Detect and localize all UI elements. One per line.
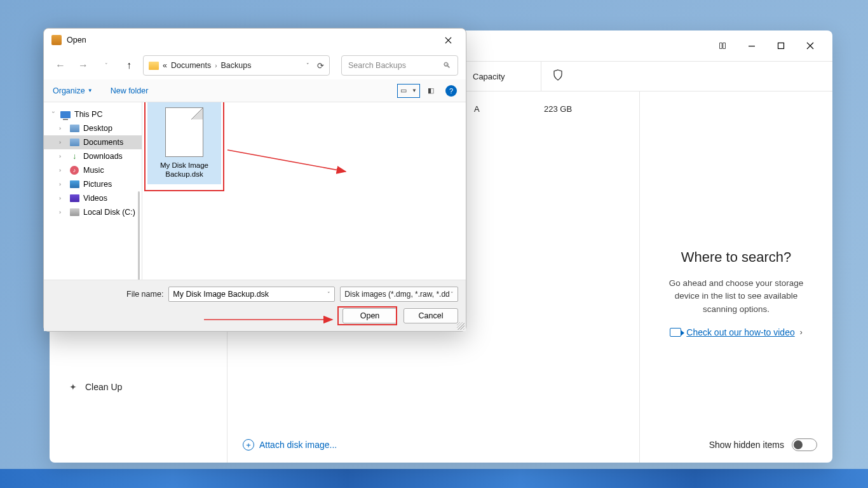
attach-label: Attach disk image... bbox=[259, 440, 337, 450]
folder-icon bbox=[149, 62, 159, 70]
tree-downloads[interactable]: ›↓Downloads bbox=[44, 149, 142, 163]
minimize-button[interactable] bbox=[737, 36, 766, 56]
tree-this-pc[interactable]: ›This PC bbox=[44, 107, 142, 121]
tree-desktop[interactable]: ›Desktop bbox=[44, 121, 142, 135]
app-bottom-bar: + Attach disk image... Show hidden items bbox=[227, 427, 832, 463]
new-folder-button[interactable]: New folder bbox=[111, 86, 149, 95]
folder-tree: ›This PC ›Desktop ›Documents ›↓Downloads… bbox=[44, 102, 142, 280]
plus-circle-icon: + bbox=[243, 439, 254, 451]
nav-up-button[interactable]: ↑ bbox=[120, 57, 138, 74]
annotation-arrow-file bbox=[225, 147, 346, 173]
view-mode-button[interactable]: ▭ ▼ bbox=[397, 84, 420, 98]
filename-label: File name: bbox=[126, 290, 163, 299]
dialog-footer: File name: My Disk Image Backup.dsk˅ Dis… bbox=[44, 280, 466, 331]
col-capacity[interactable]: Capacity bbox=[461, 62, 541, 91]
tree-videos[interactable]: ›Videos bbox=[44, 191, 142, 205]
filename-input[interactable]: My Disk Image Backup.dsk˅ bbox=[168, 287, 335, 302]
nav-history-dropdown[interactable]: ˅ bbox=[97, 57, 115, 74]
maximize-button[interactable] bbox=[766, 36, 796, 56]
help-button[interactable]: ? bbox=[445, 85, 457, 97]
dialog-nav: ← → ˅ ↑ « Documents › Backups ˅ ⟳ Search… bbox=[44, 51, 466, 79]
tree-label: Downloads bbox=[83, 152, 123, 161]
hidden-items-label: Show hidden items bbox=[709, 440, 784, 450]
tree-label: Documents bbox=[83, 138, 123, 147]
preview-pane-button[interactable]: ◧ bbox=[424, 84, 438, 98]
tree-local-disk[interactable]: ›Local Disk (C:) bbox=[44, 205, 142, 219]
search-icon: 🔍︎ bbox=[443, 61, 451, 70]
breadcrumb-seg-backups[interactable]: Backups bbox=[221, 61, 252, 70]
download-icon: ↓ bbox=[69, 152, 79, 161]
howto-video-label: Check out our how-to video bbox=[686, 327, 794, 337]
library-icon[interactable] bbox=[708, 36, 737, 56]
resize-grip[interactable] bbox=[457, 322, 465, 330]
tree-documents[interactable]: ›Documents bbox=[44, 135, 142, 149]
address-dropdown-button[interactable]: ˅ bbox=[306, 62, 309, 69]
dialog-title: Open bbox=[67, 36, 86, 44]
filename-value: My Disk Image Backup.dsk bbox=[173, 290, 269, 299]
scrollbar[interactable] bbox=[138, 191, 140, 280]
dialog-close-button[interactable] bbox=[438, 31, 458, 49]
attach-disk-image-button[interactable]: + Attach disk image... bbox=[243, 439, 337, 451]
file-item-disk-image[interactable]: My Disk ImageBackup.dsk bbox=[147, 102, 221, 184]
address-bar[interactable]: « Documents › Backups ˅ ⟳ bbox=[143, 55, 330, 76]
organize-menu[interactable]: Organize ▼ bbox=[53, 86, 93, 95]
svg-line-2 bbox=[227, 150, 346, 172]
tree-label: Pictures bbox=[83, 180, 112, 189]
tree-label: Desktop bbox=[83, 124, 112, 133]
right-panel-title: Where to search? bbox=[658, 249, 815, 266]
dialog-toolbar: Organize ▼ New folder ▭ ▼ ◧ ? bbox=[44, 79, 466, 102]
file-name-line1: My Disk Image bbox=[160, 161, 208, 169]
refresh-button[interactable]: ⟳ bbox=[317, 61, 324, 71]
tree-label: This PC bbox=[74, 110, 102, 119]
hidden-items-toggle[interactable] bbox=[792, 438, 817, 451]
filetype-value: Disk images (*.dmg, *.raw, *.dd bbox=[344, 290, 449, 299]
search-input[interactable]: Search Backups 🔍︎ bbox=[341, 55, 458, 76]
sparkle-icon: ✦ bbox=[67, 381, 79, 393]
nav-back-button[interactable]: ← bbox=[51, 57, 69, 74]
device-capacity-cell: 223 GB bbox=[482, 104, 577, 114]
file-list[interactable]: My Disk ImageBackup.dsk bbox=[142, 102, 466, 280]
cancel-button[interactable]: Cancel bbox=[403, 308, 458, 323]
filetype-dropdown[interactable]: Disk images (*.dmg, *.raw, *.dd˅ bbox=[340, 287, 458, 302]
breadcrumb-ellipsis: « bbox=[163, 61, 167, 70]
tree-label: Videos bbox=[83, 194, 107, 203]
file-name-line2: Backup.dsk bbox=[165, 170, 203, 178]
video-icon bbox=[670, 328, 681, 337]
file-icon bbox=[165, 107, 203, 157]
tree-label: Local Disk (C:) bbox=[83, 208, 135, 217]
nav-forward-button[interactable]: → bbox=[74, 57, 92, 74]
open-file-dialog: Open ← → ˅ ↑ « Documents › Backups ˅ ⟳ S… bbox=[43, 28, 466, 332]
svg-rect-0 bbox=[749, 46, 755, 46]
right-panel-subtitle: Go ahead and choose your storage device … bbox=[658, 277, 815, 316]
chevron-right-icon: › bbox=[800, 328, 803, 337]
howto-video-link[interactable]: Check out our how-to video › bbox=[670, 327, 802, 337]
shield-icon[interactable] bbox=[541, 69, 574, 83]
sidebar-item-cleanup[interactable]: ✦ Clean Up bbox=[50, 376, 227, 398]
dialog-titlebar: Open bbox=[44, 29, 466, 51]
search-placeholder: Search Backups bbox=[348, 61, 406, 70]
breadcrumb-seg-documents[interactable]: Documents bbox=[171, 61, 211, 70]
tree-music[interactable]: ›♪Music bbox=[44, 163, 142, 177]
sidebar-item-label: Clean Up bbox=[85, 382, 122, 392]
app-right-panel: Where to search? Go ahead and choose you… bbox=[639, 92, 832, 463]
tree-label: Music bbox=[83, 166, 104, 175]
open-button[interactable]: Open bbox=[342, 308, 397, 323]
tree-pictures[interactable]: ›Pictures bbox=[44, 177, 142, 191]
svg-rect-1 bbox=[778, 43, 784, 49]
chevron-right-icon: › bbox=[215, 62, 217, 69]
app-icon bbox=[51, 35, 62, 45]
annotation-arrow-open bbox=[204, 313, 335, 318]
organize-label: Organize bbox=[53, 86, 85, 95]
close-button[interactable] bbox=[796, 36, 825, 56]
